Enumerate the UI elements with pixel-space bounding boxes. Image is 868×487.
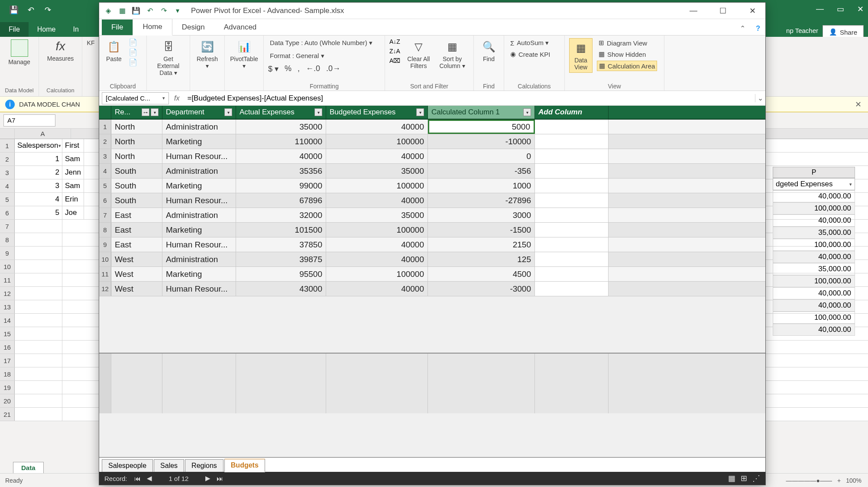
cell[interactable]: Joe xyxy=(62,206,84,219)
cell-department[interactable]: Human Resour... xyxy=(162,193,236,208)
cell-actual[interactable]: 99000 xyxy=(236,179,326,193)
undo-icon[interactable]: ↶ xyxy=(145,6,155,16)
cell-add[interactable] xyxy=(535,267,609,281)
sort-desc-icon[interactable]: Z↓A xyxy=(389,48,400,55)
p-cell[interactable]: 40,000.00 xyxy=(773,251,855,263)
cell[interactable] xyxy=(15,367,62,380)
col-budgeted[interactable]: Budgeted Expenses ▾ xyxy=(326,106,428,119)
pp-tab-design[interactable]: Design xyxy=(172,19,214,35)
cell-budgeted[interactable]: 35000 xyxy=(326,208,428,222)
relationship-icon[interactable]: ⊶ xyxy=(142,108,149,116)
cell[interactable]: 2 xyxy=(15,166,62,179)
cell[interactable] xyxy=(15,341,62,354)
save-icon[interactable]: 💾 xyxy=(131,6,141,16)
row-header[interactable]: 10 xyxy=(0,260,15,273)
filter-icon[interactable]: ▾ xyxy=(314,108,322,116)
row-header[interactable]: 16 xyxy=(0,341,15,354)
col-department[interactable]: Department ▾ xyxy=(162,106,236,119)
cell-budgeted[interactable]: 35000 xyxy=(326,164,428,178)
maximize-button[interactable]: ☐ xyxy=(714,6,732,16)
table-row[interactable]: 11 West Marketing 95500 100000 4500 xyxy=(99,267,765,282)
cell[interactable] xyxy=(15,273,62,286)
cell-department[interactable]: Human Resour... xyxy=(162,282,236,296)
cell[interactable]: Sam xyxy=(62,153,84,166)
show-hidden-button[interactable]: ▦ Show Hidden xyxy=(597,49,657,59)
name-box[interactable] xyxy=(3,114,55,127)
cell[interactable] xyxy=(15,220,62,233)
col-header-p[interactable]: P xyxy=(773,167,855,178)
cell-budgeted[interactable]: 40000 xyxy=(326,237,428,252)
cell-region[interactable]: North xyxy=(111,120,162,134)
create-kpi-button[interactable]: ◉ Create KPI xyxy=(508,49,560,59)
cell-calculated[interactable]: 3000 xyxy=(428,208,535,222)
sort-column-button[interactable]: ▦ Sort by Column ▾ xyxy=(437,38,467,70)
sheet-tab-data[interactable]: Data xyxy=(13,462,44,473)
row-header[interactable]: 21 xyxy=(0,408,15,421)
filter-icon[interactable]: ▾ xyxy=(151,108,159,116)
manage-button[interactable]: Manage xyxy=(8,39,30,65)
minimize-button[interactable]: — xyxy=(685,6,702,16)
cell-region[interactable]: South xyxy=(111,164,162,178)
cell-budgeted[interactable]: 40000 xyxy=(326,252,428,266)
cell[interactable] xyxy=(15,233,62,246)
row-header[interactable]: 10 xyxy=(99,252,111,266)
table-row[interactable]: 2 North Marketing 110000 100000 -10000 xyxy=(99,134,765,149)
cell-region[interactable]: South xyxy=(111,193,162,208)
cell[interactable] xyxy=(15,354,62,367)
row-header[interactable]: 17 xyxy=(0,354,15,367)
qat-dropdown-icon[interactable]: ▾ xyxy=(173,6,182,16)
col-actual[interactable]: Actual Expenses ▾ xyxy=(236,106,326,119)
cell[interactable]: 1 xyxy=(15,153,62,166)
row-header[interactable]: 19 xyxy=(0,381,15,394)
sort-asc-icon[interactable]: A↓Z xyxy=(389,38,400,45)
sheet-sales[interactable]: Sales xyxy=(154,459,184,472)
grid-view-icon[interactable]: ▦ xyxy=(728,474,735,483)
minimize-icon[interactable]: — xyxy=(816,4,824,14)
tab-in[interactable]: In xyxy=(64,22,87,37)
table-row[interactable]: 3 North Human Resour... 40000 40000 0 xyxy=(99,149,765,164)
cell-actual[interactable]: 95500 xyxy=(236,267,326,281)
paste-append-icon[interactable]: 📄 xyxy=(129,38,137,46)
cell[interactable] xyxy=(15,300,62,313)
undo-icon[interactable]: ↶ xyxy=(26,5,36,15)
cell-actual[interactable]: 32000 xyxy=(236,208,326,222)
row-header[interactable]: 6 xyxy=(0,206,15,219)
close-message-icon[interactable]: ✕ xyxy=(855,100,862,109)
cell-add[interactable] xyxy=(535,179,609,193)
save-icon[interactable]: 💾 xyxy=(9,5,19,15)
cell[interactable] xyxy=(15,394,62,407)
first-record-icon[interactable]: ⏮ xyxy=(134,475,141,482)
cell[interactable] xyxy=(15,408,62,421)
budgeted-header[interactable]: dgeted Expenses ▾ xyxy=(773,178,855,190)
cell-calculated[interactable]: -27896 xyxy=(428,193,535,208)
cell-actual[interactable]: 39875 xyxy=(236,252,326,266)
cell-actual[interactable]: 37850 xyxy=(236,237,326,252)
pp-name-box[interactable]: [Calculated C... ▾ xyxy=(102,92,169,104)
table-row[interactable]: 7 East Administration 32000 35000 3000 xyxy=(99,208,765,223)
filter-icon[interactable]: ▾ xyxy=(416,108,424,116)
row-header[interactable]: 7 xyxy=(99,208,111,222)
cell[interactable]: 3 xyxy=(15,179,62,192)
row-header[interactable]: 8 xyxy=(0,233,15,246)
clear-filters-button[interactable]: ▽ Clear All Filters xyxy=(405,38,432,70)
measure-area[interactable] xyxy=(99,353,765,413)
row-header[interactable]: 4 xyxy=(99,164,111,178)
cell-region[interactable]: West xyxy=(111,252,162,266)
sheet-budgets[interactable]: Budgets xyxy=(224,459,265,472)
percent-icon[interactable]: % xyxy=(285,64,291,74)
pp-grid[interactable]: Re... ⊶ ▾ Department ▾ Actual Expenses ▾… xyxy=(99,106,765,457)
kf-button[interactable]: KF xyxy=(87,39,95,46)
cell-budgeted[interactable]: 100000 xyxy=(326,267,428,281)
cell-region[interactable]: West xyxy=(111,267,162,281)
table-row[interactable]: 5 South Marketing 99000 100000 1000 xyxy=(99,179,765,193)
cell-budgeted[interactable]: 40000 xyxy=(326,120,428,134)
cell-calculated[interactable]: -10000 xyxy=(428,134,535,149)
p-cell[interactable]: 40,000.00 xyxy=(773,287,855,299)
cell-region[interactable]: South xyxy=(111,179,162,193)
cell-budgeted[interactable]: 40000 xyxy=(326,282,428,296)
cell-calculated[interactable]: 2150 xyxy=(428,237,535,252)
decrease-decimal-icon[interactable]: .0→ xyxy=(326,64,340,74)
cell-add[interactable] xyxy=(535,282,609,296)
cell[interactable] xyxy=(15,247,62,260)
filter-icon[interactable]: ▾ xyxy=(58,143,61,149)
